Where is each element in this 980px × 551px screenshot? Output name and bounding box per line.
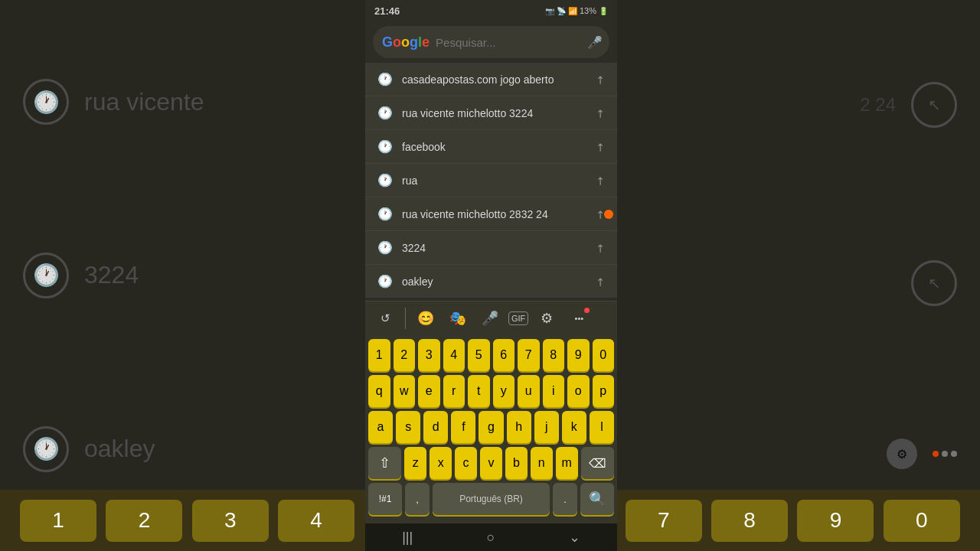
suggestion-item-7[interactable]: 🕐 oakley ↗ bbox=[365, 265, 617, 298]
bg-key-0: 0 bbox=[884, 500, 960, 542]
clock-icon-3: 🕐 bbox=[377, 139, 393, 154]
key-t[interactable]: t bbox=[468, 375, 490, 407]
key-g[interactable]: g bbox=[479, 411, 503, 443]
key-z[interactable]: z bbox=[404, 447, 426, 479]
status-icons: 📷 📡 📶 13% 🔋 bbox=[545, 6, 608, 15]
key-u[interactable]: u bbox=[518, 375, 540, 407]
battery-text: 13% bbox=[580, 6, 596, 15]
key-w[interactable]: w bbox=[394, 375, 416, 407]
suggestion-item-3[interactable]: 🕐 facebook ↗ bbox=[365, 130, 617, 164]
bg-key-1: 1 bbox=[20, 500, 96, 542]
key-5[interactable]: 5 bbox=[468, 339, 490, 371]
suggestion-item-5[interactable]: 🕐 rua vicente michelotto 2832 24 ↗ bbox=[365, 197, 617, 231]
key-r[interactable]: r bbox=[443, 375, 466, 407]
signal-icon: 📶 bbox=[568, 7, 577, 15]
suggestions-list: 🕐 casadeapostas.com jogo aberto ↗ 🕐 rua … bbox=[365, 63, 617, 298]
settings-btn[interactable]: ⚙ bbox=[533, 305, 560, 332]
key-e[interactable]: e bbox=[418, 375, 440, 407]
key-a[interactable]: a bbox=[368, 411, 393, 443]
zxcv-row: ⇧ z x c v b n m ⌫ bbox=[368, 447, 614, 479]
suggestion-text-1: casadeapostas.com jogo aberto bbox=[402, 73, 586, 86]
key-f[interactable]: f bbox=[451, 411, 475, 443]
arrow-icon-1: ↗ bbox=[593, 72, 608, 87]
search-key[interactable]: 🔍 bbox=[580, 483, 614, 515]
bg-key-9: 9 bbox=[797, 500, 874, 542]
bg-clock-icon-3: 🕐 bbox=[23, 426, 69, 472]
key-n[interactable]: n bbox=[531, 447, 553, 479]
key-d[interactable]: d bbox=[423, 411, 448, 443]
wifi-icon: 📡 bbox=[557, 7, 566, 15]
keyboard: 1 2 3 4 5 6 7 8 9 0 q w e r t y u i o p … bbox=[365, 334, 617, 523]
key-l[interactable]: l bbox=[590, 411, 614, 443]
bg-clock-icon-1: 🕐 bbox=[23, 79, 69, 125]
suggestion-text-7: oakley bbox=[402, 276, 586, 288]
key-i[interactable]: i bbox=[543, 375, 565, 407]
orange-dot bbox=[604, 210, 613, 219]
backspace-key[interactable]: ⌫ bbox=[581, 447, 614, 479]
suggestion-item-2[interactable]: 🕐 rua vicente michelotto 3224 ↗ bbox=[365, 96, 617, 130]
key-8[interactable]: 8 bbox=[543, 339, 565, 371]
bg-key-2: 2 bbox=[106, 500, 182, 542]
number-row: 1 2 3 4 5 6 7 8 9 0 bbox=[368, 339, 614, 371]
bottom-row: !#1 , Português (BR) . 🔍 bbox=[368, 483, 614, 515]
bg-key-4: 4 bbox=[278, 500, 354, 542]
special-chars-key[interactable]: !#1 bbox=[368, 483, 402, 515]
bg-key-7: 7 bbox=[626, 500, 702, 542]
key-k[interactable]: k bbox=[562, 411, 586, 443]
key-q[interactable]: q bbox=[368, 375, 390, 407]
status-bar: 21:46 📷 📡 📶 13% 🔋 bbox=[365, 0, 617, 21]
suggestion-item-6[interactable]: 🕐 3224 ↗ bbox=[365, 231, 617, 265]
bg-text-2: 3224 bbox=[84, 261, 139, 289]
clock-icon-4: 🕐 bbox=[377, 173, 393, 187]
clock-icon-6: 🕐 bbox=[377, 240, 393, 255]
key-x[interactable]: x bbox=[430, 447, 452, 479]
key-b[interactable]: b bbox=[505, 447, 528, 479]
key-s[interactable]: s bbox=[396, 411, 420, 443]
key-y[interactable]: y bbox=[493, 375, 515, 407]
phone-frame: 21:46 📷 📡 📶 13% 🔋 Google 🎤 🕐 casadeapost… bbox=[365, 0, 617, 551]
key-2[interactable]: 2 bbox=[394, 339, 416, 371]
key-h[interactable]: h bbox=[507, 411, 531, 443]
search-input[interactable] bbox=[436, 36, 581, 49]
bg-num-22-24: 2 24 bbox=[860, 94, 896, 116]
key-1[interactable]: 1 bbox=[368, 339, 390, 371]
bg-arrow-icon-2: ↖ bbox=[911, 260, 957, 306]
key-j[interactable]: j bbox=[534, 411, 559, 443]
key-v[interactable]: v bbox=[480, 447, 502, 479]
google-logo: Google bbox=[382, 34, 430, 51]
key-o[interactable]: o bbox=[567, 375, 590, 407]
space-key[interactable]: Português (BR) bbox=[433, 483, 550, 515]
gif-btn[interactable]: GIF bbox=[508, 311, 528, 325]
bg-arrow-icon-1: ↖ bbox=[911, 82, 957, 128]
search-bar[interactable]: Google 🎤 bbox=[373, 26, 609, 58]
more-btn[interactable]: ••• bbox=[565, 305, 593, 332]
comma-key[interactable]: , bbox=[405, 483, 430, 515]
key-c[interactable]: c bbox=[455, 447, 477, 479]
suggestion-item-1[interactable]: 🕐 casadeapostas.com jogo aberto ↗ bbox=[365, 63, 617, 96]
emoji-btn[interactable]: 😊 bbox=[412, 305, 439, 332]
suggestion-item-4[interactable]: 🕐 rua ↗ bbox=[365, 164, 617, 197]
undo-btn[interactable]: ↺ bbox=[371, 305, 399, 332]
key-3[interactable]: 3 bbox=[418, 339, 440, 371]
toolbar-mic-btn[interactable]: 🎤 bbox=[476, 305, 504, 332]
shift-key[interactable]: ⇧ bbox=[368, 447, 401, 479]
nav-bars[interactable]: ||| bbox=[402, 530, 413, 546]
key-6[interactable]: 6 bbox=[493, 339, 515, 371]
bg-dots bbox=[933, 451, 957, 457]
sticker-btn[interactable]: 🎭 bbox=[444, 305, 472, 332]
key-p[interactable]: p bbox=[593, 375, 615, 407]
nav-back[interactable]: ⌄ bbox=[569, 529, 580, 546]
period-key[interactable]: . bbox=[553, 483, 577, 515]
key-7[interactable]: 7 bbox=[518, 339, 540, 371]
bg-text-1: rua vicente bbox=[84, 88, 204, 116]
nav-home[interactable]: ○ bbox=[487, 530, 495, 546]
clock-icon-2: 🕐 bbox=[377, 106, 393, 120]
mic-icon[interactable]: 🎤 bbox=[587, 35, 603, 50]
keyboard-toolbar: ↺ 😊 🎭 🎤 GIF ⚙ ••• bbox=[365, 301, 617, 334]
key-m[interactable]: m bbox=[556, 447, 578, 479]
key-9[interactable]: 9 bbox=[567, 339, 590, 371]
key-4[interactable]: 4 bbox=[443, 339, 466, 371]
bottom-nav: ||| ○ ⌄ bbox=[365, 523, 617, 551]
key-0[interactable]: 0 bbox=[593, 339, 615, 371]
qwerty-row: q w e r t y u i o p bbox=[368, 375, 614, 407]
